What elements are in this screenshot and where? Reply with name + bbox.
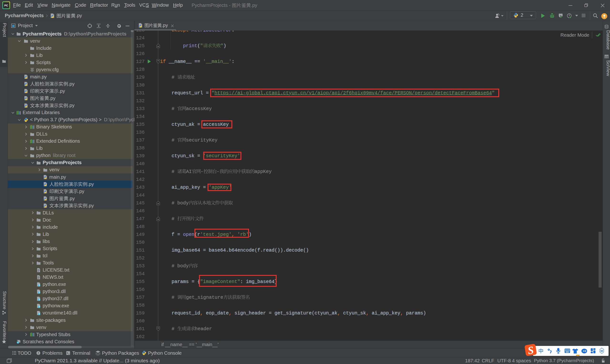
svg-text:PC: PC <box>4 4 8 7</box>
